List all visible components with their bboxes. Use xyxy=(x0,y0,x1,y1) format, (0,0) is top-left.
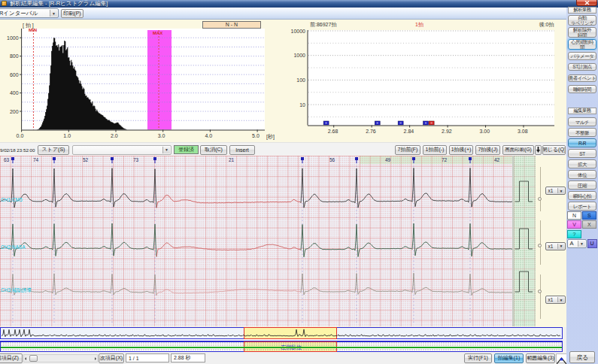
min-cursor-label: MIN xyxy=(29,28,37,32)
body-position-strip[interactable]: 左側臥位 xyxy=(0,341,563,353)
execute-button[interactable]: 実行(F1) xyxy=(464,353,492,363)
mode-select[interactable]: R-Rインターバル ▼ xyxy=(0,8,59,18)
chevron-down-icon: ▼ xyxy=(50,10,57,17)
insert-button[interactable]: Insert xyxy=(229,145,255,155)
zoom-y-tick: 10 xyxy=(299,102,305,108)
rr-value: 21 xyxy=(229,157,234,162)
close-icon xyxy=(584,1,590,5)
sidebar-item-arrhythmia[interactable]: 不整脈 xyxy=(568,128,596,137)
cancel-button[interactable]: 取消(C) xyxy=(200,145,227,155)
channel-gain-slider[interactable] xyxy=(540,220,541,265)
sidebar-item-zoom[interactable]: 拡大 xyxy=(568,159,596,168)
sidebar-item-compress[interactable]: 圧縮 xyxy=(568,180,596,190)
ecg-strip-area[interactable]: 637452732156497242 CH1:CM5CH2:NASACH3:補助… xyxy=(0,156,566,327)
next-item-button[interactable]: 次項目(X) xyxy=(99,353,124,363)
sidebar-item-afib-time[interactable]: 心房細動時 間 xyxy=(568,39,596,50)
rr-duration-field: 2.88 秒 xyxy=(171,353,205,362)
prev-item-button[interactable]: 前項目(Z) xyxy=(0,353,23,363)
channel-scale-select[interactable]: x1▼ xyxy=(545,242,566,250)
back-7-beats-button[interactable]: 7拍前(F) xyxy=(395,145,420,155)
zoom-x-tick: 3.08 xyxy=(518,129,528,134)
sidebar-item-exclusion-time[interactable]: 解析除外 時間 xyxy=(568,27,596,38)
rr-value: 52 xyxy=(83,157,88,162)
label-a-value: A xyxy=(568,240,574,247)
overview-ecg-strip[interactable] xyxy=(0,327,563,339)
rr-value: 72 xyxy=(442,157,447,162)
arrow-down-icon xyxy=(536,147,540,153)
label-u-button[interactable]: U xyxy=(587,239,597,248)
sidebar-item-rr[interactable]: R-R xyxy=(568,138,596,147)
beat-edit-button[interactable]: 拍編集(1) xyxy=(494,353,524,363)
zoom-y-tick: 100 xyxy=(296,77,305,83)
histogram-x-tick: 0.0 xyxy=(17,133,24,138)
label-x-button[interactable]: X xyxy=(582,220,597,229)
scroll-left-icon[interactable] xyxy=(25,357,26,360)
histogram-y-tick: 200 xyxy=(10,109,19,114)
sidebar-item-st[interactable]: ST xyxy=(568,149,596,158)
scrollbar-thumb[interactable] xyxy=(29,355,38,362)
sidebar-header-edit: 編集業務 xyxy=(568,108,596,114)
sidebar-item-multi[interactable]: マルチ xyxy=(568,117,596,126)
channel-gain-slider[interactable] xyxy=(540,275,541,320)
back-button[interactable]: 戻る xyxy=(569,351,595,363)
label-v-button[interactable]: V xyxy=(567,220,581,229)
slider-knob[interactable] xyxy=(538,197,542,201)
sidebar-header-analysis: 解析業務 xyxy=(568,7,596,14)
label-question-button[interactable]: ? xyxy=(567,230,581,238)
rr-value: 74 xyxy=(33,157,38,162)
charts-graphics xyxy=(0,20,566,142)
chevron-down-icon: ▼ xyxy=(557,244,564,249)
sidebar-item-sleep-time[interactable]: 睡眠時間 xyxy=(568,85,596,93)
print-button[interactable]: 印刷(P) xyxy=(61,9,83,18)
zoom-y-tick: 10000 xyxy=(291,29,305,34)
zoom-y-tick: 1000 xyxy=(293,53,305,58)
channel-label: CH2:NASA xyxy=(1,244,26,250)
forward-1-beat-button[interactable]: 1拍後(+) xyxy=(449,145,473,155)
label-a-select[interactable]: A ▼ xyxy=(567,239,587,248)
histogram-x-tick: 4.0 xyxy=(205,133,212,138)
zoom-x-tick: 2.92 xyxy=(442,129,452,134)
title-bar: 解析結果編集 - [R-Rヒストグラム編集] xyxy=(0,0,598,8)
app-icon xyxy=(2,1,7,6)
forward-7-beats-button[interactable]: 7拍後(J) xyxy=(475,145,500,155)
page-scrollbar[interactable] xyxy=(23,354,98,362)
window-title: 解析結果編集 - [R-Rヒストグラム編集] xyxy=(10,0,108,8)
chevron-down-icon: ▼ xyxy=(557,297,564,302)
rr-value: 49 xyxy=(385,157,390,162)
sidebar-item-patient-event[interactable]: 患者イベント xyxy=(568,74,596,83)
close-view-button[interactable]: 閉じる(Q) xyxy=(542,145,566,155)
scroll-right-icon[interactable] xyxy=(95,357,96,360)
sidebar-item-instant-hr[interactable]: 瞬時心拍 xyxy=(568,191,596,200)
beats-before-label: 前:86927拍 xyxy=(310,21,336,29)
back-1-beat-button[interactable]: 1拍前(-) xyxy=(423,145,447,155)
channel-gain-slider[interactable] xyxy=(540,167,541,211)
histogram-y-tick: 400 xyxy=(10,90,19,96)
menu-toolbar: R-Rインターバル ▼ 印刷(P) xyxy=(0,8,598,20)
overview-waveform xyxy=(1,328,562,338)
sidebar-item-report[interactable]: レポート xyxy=(568,202,596,211)
annotation-select[interactable]: ▼ xyxy=(72,145,172,155)
close-button[interactable] xyxy=(576,0,597,6)
channel-scale-value: x1 xyxy=(548,297,554,302)
range-edit-button[interactable]: 範囲編集(3) xyxy=(526,353,555,363)
channel-label: CH1:CM5 xyxy=(1,197,23,202)
sidebar-item-body-position[interactable]: 体位 xyxy=(568,170,596,179)
channel-scale-select[interactable]: x1▼ xyxy=(545,187,566,195)
ecg-waveforms xyxy=(0,156,566,326)
slider-knob[interactable] xyxy=(538,290,542,293)
channel-scale-select[interactable]: x1▼ xyxy=(545,296,566,304)
sidebar-item-auto-labeling[interactable]: 自動 ラベリング xyxy=(568,15,596,26)
histogram-x-unit: [秒] xyxy=(266,133,275,141)
sidebar-item-parameters[interactable]: パラメータ xyxy=(568,52,596,60)
body-position-line xyxy=(1,347,562,349)
print-screen-button[interactable]: 画面印刷(G) xyxy=(502,145,534,155)
current-beats-label: 1拍 xyxy=(415,21,423,29)
label-s-button[interactable]: S xyxy=(582,211,597,220)
zoom-x-tick: 2.84 xyxy=(404,129,414,134)
scroll-down-button[interactable] xyxy=(535,145,542,155)
label-n-button[interactable]: N xyxy=(567,211,581,220)
beat-caliper-icon[interactable] xyxy=(556,353,567,363)
store-button[interactable]: ストア(S) xyxy=(38,145,69,155)
sidebar-item-st-point[interactable]: ST計測点 xyxy=(568,63,596,71)
slider-knob[interactable] xyxy=(538,244,542,247)
